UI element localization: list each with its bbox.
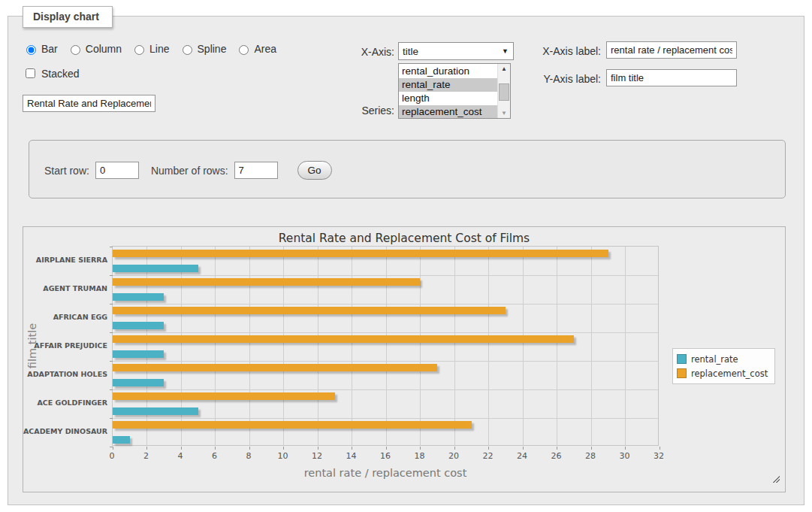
- chart-type-radio-bar[interactable]: [26, 45, 36, 55]
- chart-type-radio-label: Spline: [198, 43, 227, 55]
- start-row-label: Start row:: [44, 165, 89, 177]
- x-axis-tick-label: 0: [102, 451, 122, 461]
- bar-rental-rate: [113, 436, 130, 444]
- y-axis-label-input[interactable]: [606, 69, 737, 86]
- chart-title-input[interactable]: [23, 95, 155, 112]
- chart-type-option-area: Area: [235, 43, 276, 55]
- bar-replacement-cost: [113, 307, 506, 314]
- x-axis-tick-label: 10: [273, 451, 293, 461]
- y-axis-tick-mark: [110, 275, 113, 276]
- y-axis-tick-mark: [110, 447, 113, 447]
- gridline-vertical: [249, 247, 250, 445]
- bar-replacement-cost: [113, 421, 472, 429]
- series-option-replacement_cost[interactable]: replacement_cost: [399, 105, 497, 119]
- resize-handle-icon[interactable]: [771, 474, 780, 483]
- chart-type-radio-area[interactable]: [239, 45, 249, 55]
- y-axis-tick-mark: [110, 418, 113, 419]
- x-axis-select[interactable]: title ▼: [398, 42, 514, 60]
- scroll-up-icon[interactable]: ▲: [498, 65, 510, 72]
- gridline-vertical: [420, 247, 421, 445]
- gridline-horizontal: [113, 275, 658, 276]
- bar-rental-rate: [113, 379, 164, 386]
- start-row-input[interactable]: [95, 162, 139, 179]
- bar-replacement-cost: [113, 364, 437, 371]
- x-axis-tick-label: 26: [547, 451, 566, 461]
- chart-type-radio-spline[interactable]: [183, 45, 192, 55]
- chart-title: Rental Rate and Replacement Cost of Film…: [23, 232, 785, 245]
- chart-type-radio-line[interactable]: [134, 45, 144, 55]
- gridline-vertical: [523, 247, 524, 445]
- series-scrollbar[interactable]: ▲ ▼: [497, 64, 510, 118]
- go-button[interactable]: Go: [297, 161, 332, 180]
- chart-type-radio-label: Line: [149, 43, 169, 55]
- bar-rental-rate: [113, 350, 164, 358]
- bar-rental-rate: [113, 322, 164, 329]
- series-options-list: rental_durationrental_ratelengthreplacem…: [399, 64, 497, 118]
- y-axis-tick-mark: [110, 247, 113, 247]
- x-axis-tick-mark: [420, 447, 421, 450]
- scrollbar-thumb[interactable]: [499, 83, 509, 101]
- x-axis-tick-label: 32: [649, 451, 669, 461]
- x-axis-tick-mark: [352, 447, 352, 450]
- legend-item-rental_rate: rental_rate: [677, 352, 768, 366]
- bar-replacement-cost: [113, 278, 420, 286]
- x-axis-tick-label: 18: [410, 451, 430, 461]
- series-option-rental_rate[interactable]: rental_rate: [399, 78, 497, 92]
- x-axis-tick-mark: [113, 447, 113, 450]
- row-range-panel: Start row: Number of rows: Go: [29, 140, 786, 198]
- series-option-rental_duration[interactable]: rental_duration: [399, 65, 497, 78]
- bar-replacement-cost: [113, 392, 335, 400]
- legend-item-replacement_cost: replacement_cost: [677, 366, 768, 380]
- x-axis-tick-mark: [488, 447, 489, 450]
- gridline-vertical: [146, 247, 147, 445]
- x-axis-label-field-label: X-Axis label:: [526, 45, 601, 57]
- gridline-horizontal: [113, 389, 658, 390]
- legend-label: rental_rate: [691, 354, 738, 365]
- x-axis-label-input[interactable]: [606, 41, 737, 59]
- x-axis-tick-label: 22: [478, 451, 498, 461]
- stacked-checkbox[interactable]: [26, 68, 35, 78]
- num-rows-input[interactable]: [234, 162, 278, 179]
- scroll-down-icon[interactable]: ▼: [498, 110, 510, 117]
- x-axis-tick-mark: [625, 447, 626, 450]
- y-axis-tick-mark: [110, 389, 113, 390]
- bar-replacement-cost: [113, 335, 574, 343]
- series-select-label: Series:: [319, 105, 394, 117]
- x-axis-tick-label: 20: [444, 451, 463, 461]
- chart-type-radio-label: Area: [254, 43, 276, 55]
- stacked-label: Stacked: [41, 68, 80, 80]
- x-axis-tick-mark: [283, 447, 284, 450]
- gridline-vertical: [215, 247, 216, 445]
- num-rows-label: Number of rows:: [151, 165, 228, 177]
- category-label: AGENT TRUMAN: [23, 284, 107, 292]
- stacked-option: Stacked: [23, 66, 80, 80]
- chart-type-radio-column[interactable]: [71, 45, 80, 55]
- legend-swatch: [677, 354, 687, 364]
- x-axis-tick-mark: [591, 447, 592, 450]
- category-label: AFFAIR PREJUDICE: [23, 341, 107, 350]
- chart-x-axis-title: rental rate / replacement cost: [112, 467, 659, 479]
- x-axis-tick-label: 24: [512, 451, 532, 461]
- bar-replacement-cost: [113, 250, 608, 257]
- y-axis-tick-mark: [110, 304, 113, 304]
- series-multiselect[interactable]: rental_durationrental_ratelengthreplacem…: [398, 63, 511, 119]
- chart-plot-area: [112, 246, 659, 446]
- chart-legend: rental_ratereplacement_cost: [672, 348, 775, 384]
- category-label: ACE GOLDFINGER: [23, 398, 107, 407]
- y-axis-tick-mark: [110, 361, 113, 362]
- gridline-horizontal: [113, 361, 658, 362]
- x-axis-tick-mark: [557, 447, 557, 450]
- gridline-vertical: [591, 247, 592, 445]
- chart-type-option-spline: Spline: [179, 43, 227, 55]
- x-axis-tick-mark: [146, 447, 147, 450]
- series-option-length[interactable]: length: [399, 92, 497, 105]
- gridline-horizontal: [113, 332, 658, 333]
- chart-type-radio-label: Bar: [41, 43, 58, 55]
- category-label: ADAPTATION HOLES: [23, 370, 107, 378]
- x-axis-tick-label: 4: [171, 451, 190, 461]
- gridline-vertical: [488, 247, 489, 445]
- x-axis-selected-value: title: [403, 46, 418, 57]
- x-axis-tick-label: 16: [376, 451, 395, 461]
- chart-type-radio-group: BarColumnLineSplineArea: [23, 43, 276, 55]
- chart-type-option-line: Line: [131, 43, 169, 55]
